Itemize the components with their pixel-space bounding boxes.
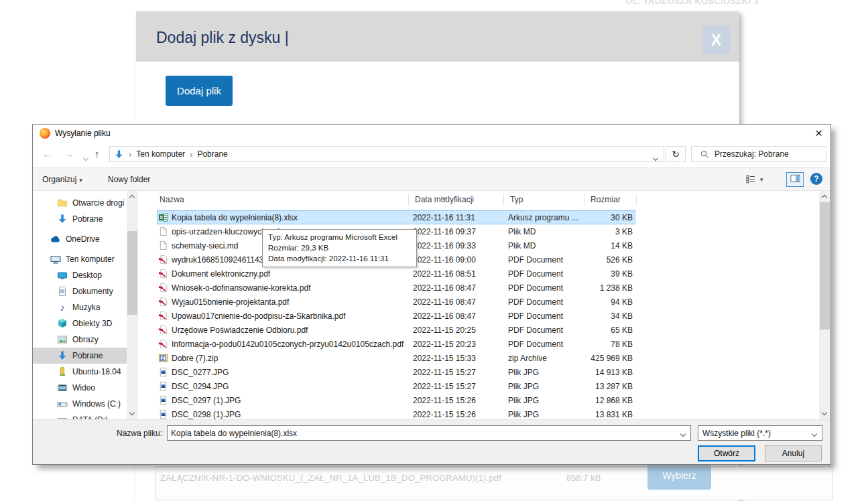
add-file-button[interactable]: Dodaj plik [166, 76, 233, 106]
column-header-type[interactable]: Typ [510, 195, 523, 204]
file-row[interactable]: Z Dobre (7).zip 2022-11-15 15:33 zip Arc… [157, 351, 635, 365]
sidebar-item-dokumenty[interactable]: Dokumenty [33, 283, 127, 299]
sidebar-item-desktop[interactable]: Desktop [33, 267, 127, 283]
crumb-separator: › [129, 149, 131, 159]
download-icon [57, 214, 68, 224]
sidebar-item-windows-c[interactable]: Windows (C:) [33, 396, 127, 412]
md-file-icon [157, 226, 170, 236]
file-name: Dobre (7).zip [170, 354, 413, 363]
file-list-scrollbar[interactable] [819, 191, 830, 419]
scroll-down-icon[interactable] [127, 408, 138, 419]
file-upload-dialog: Wysyłanie pliku × ← → ↑ › Ten komputer ›… [32, 124, 831, 465]
page-address-text: UL. TADEUSZA KOŚCIUSZKI 3 [625, 0, 759, 6]
chevron-down-icon [807, 429, 822, 438]
address-bar[interactable]: › Ten komputer › Pobrane [109, 146, 664, 162]
jpg-file-icon [157, 381, 170, 391]
scroll-up-icon[interactable] [819, 191, 830, 202]
file-name: Informacja-o-podu0142u0105czonych-przyu0… [170, 340, 413, 349]
download-icon [114, 149, 124, 159]
file-size: 1 238 KB [588, 283, 637, 293]
sidebar-label: Ten komputer [66, 255, 115, 264]
open-button[interactable]: Otwórz [698, 445, 755, 461]
refresh-icon[interactable]: ↻ [666, 146, 686, 162]
file-size: 78 KB [588, 340, 637, 349]
file-row[interactable]: DSC_0298 (1).JPG 2022-11-15 15:26 Plik J… [157, 407, 635, 419]
file-date: 2022-11-15 15:27 [413, 368, 508, 377]
modal-header: Dodaj plik z dysku | X [136, 11, 739, 62]
dialog-close-icon[interactable]: × [815, 126, 822, 141]
file-row[interactable]: Upowau017cnienie-do-podpisu-za-Skarbnika… [157, 309, 635, 323]
sidebar-label: Windows (C:) [72, 399, 121, 409]
scroll-down-icon[interactable] [819, 408, 830, 419]
dialog-titlebar[interactable]: Wysyłanie pliku × [33, 125, 830, 142]
file-size: 30 KB [588, 213, 637, 222]
file-type: PDF Document [508, 340, 588, 349]
preview-pane-toggle[interactable] [786, 172, 804, 187]
view-options-button[interactable]: ▾ [745, 173, 763, 186]
file-row[interactable]: Urzędowe Poświadczenie Odbioru.pdf 2022-… [157, 323, 635, 337]
file-row[interactable]: Wniosek-o-dofinansowanie-korekta.pdf 202… [157, 281, 635, 295]
new-folder-button[interactable]: Nowy folder [108, 175, 150, 184]
column-header-name[interactable]: Nazwa [160, 195, 184, 204]
filetype-value: Wszystkie pliki (*.*) [698, 429, 807, 438]
history-chevron-icon[interactable] [84, 153, 88, 162]
chevron-down-icon: ▾ [79, 177, 82, 184]
sidebar-item-obrazy[interactable]: Obrazy [33, 332, 127, 348]
sidebar-item-obiekty-3d[interactable]: Obiekty 3D [33, 315, 127, 332]
help-icon[interactable]: ? [810, 173, 822, 185]
address-dropdown-icon[interactable] [654, 153, 658, 162]
tooltip-date: Data modyfikacji: 2022-11-16 11:31 [268, 253, 411, 264]
file-row[interactable]: Kopia tabela do wypełnienia(8).xlsx 2022… [157, 210, 635, 224]
forward-icon[interactable]: → [64, 148, 74, 159]
column-header-date[interactable]: Data modyfikacji [415, 195, 474, 204]
column-header-size[interactable]: Rozmiar [591, 195, 621, 204]
search-input[interactable]: Przeszukaj: Pobrane [691, 146, 826, 162]
chevron-down-icon[interactable] [676, 429, 690, 438]
back-icon[interactable]: ← [42, 148, 52, 159]
up-icon[interactable]: ↑ [95, 148, 100, 159]
sidebar-item-pobrane[interactable]: Pobrane [33, 348, 127, 364]
sidebar-item-muzyka[interactable]: ♪ Muzyka [33, 299, 127, 315]
file-type: PDF Document [508, 311, 588, 321]
cancel-button[interactable]: Anuluj [765, 445, 822, 461]
sidebar-label: Desktop [72, 271, 102, 280]
sidebar-item-ubuntu[interactable]: Ubuntu-18.04 [33, 364, 127, 380]
filename-input[interactable]: Kopia tabela do wypełnienia(8).xlsx [167, 425, 691, 441]
attachment-filename: ZAŁĄCZNIK-NR-1-DO-WNIOSKU_(_ZAŁ_NR_1A_LU… [160, 473, 501, 483]
scrollbar-thumb[interactable] [127, 231, 137, 315]
sidebar-scrollbar[interactable] [127, 191, 138, 419]
file-type: Plik JPG [508, 410, 588, 419]
jpg-file-icon [157, 367, 170, 377]
tooltip-type: Typ: Arkusz programu Microsoft Excel [268, 232, 411, 242]
file-row[interactable]: Wyjau015bnienie-projektanta.pdf 2022-11-… [157, 295, 635, 309]
file-row[interactable]: DSC_0294.JPG 2022-11-15 15:27 Plik JPG 1… [157, 379, 635, 393]
sidebar-item-data-d[interactable]: DATA (D:) [33, 412, 127, 419]
sidebar-label: Obiekty 3D [72, 319, 112, 328]
sidebar-item-onedrive[interactable]: OneDrive [33, 231, 127, 247]
pdf-file-icon [157, 297, 170, 307]
file-date: 2022-11-16 09:37 [413, 227, 508, 236]
filetype-select[interactable]: Wszystkie pliki (*.*) [698, 425, 822, 441]
organize-menu[interactable]: Organizuj▾ [42, 175, 82, 184]
file-row[interactable]: Dokument elektroniczny.pdf 2022-11-16 08… [157, 267, 635, 281]
folder-icon [57, 198, 68, 208]
scrollbar-thumb[interactable] [820, 202, 830, 330]
file-row[interactable]: DSC_0297 (1).JPG 2022-11-15 15:26 Plik J… [157, 393, 635, 407]
sidebar-item-ten-komputer[interactable]: Ten komputer [33, 251, 127, 267]
choose-file-button[interactable]: Wybierz [647, 461, 711, 490]
sidebar-item-wideo[interactable]: Wideo [33, 380, 127, 396]
breadcrumb-this-pc[interactable]: Ten komputer [136, 149, 185, 159]
file-row[interactable]: DSC_0277.JPG 2022-11-15 15:27 Plik JPG 1… [157, 365, 635, 379]
file-name: Upowau017cnienie-do-podpisu-za-Skarbnika… [170, 311, 413, 321]
navigation-tree: Otwarcie drogi Pobrane OneDrive Ten komp… [33, 191, 127, 419]
sidebar-item-pobrane-quick[interactable]: Pobrane [33, 211, 127, 227]
modal-close-icon[interactable]: X [702, 25, 731, 54]
breadcrumb-downloads[interactable]: Pobrane [197, 149, 227, 159]
sidebar-label: Ubuntu-18.04 [72, 367, 121, 376]
sidebar-item-otwarcie-drogi[interactable]: Otwarcie drogi [33, 195, 127, 211]
chevron-down-icon: ▾ [760, 176, 763, 183]
file-size: 94 KB [588, 297, 637, 307]
drive-icon [57, 415, 68, 419]
scroll-up-icon[interactable] [127, 191, 138, 202]
file-row[interactable]: Informacja-o-podu0142u0105czonych-przyu0… [157, 337, 635, 351]
